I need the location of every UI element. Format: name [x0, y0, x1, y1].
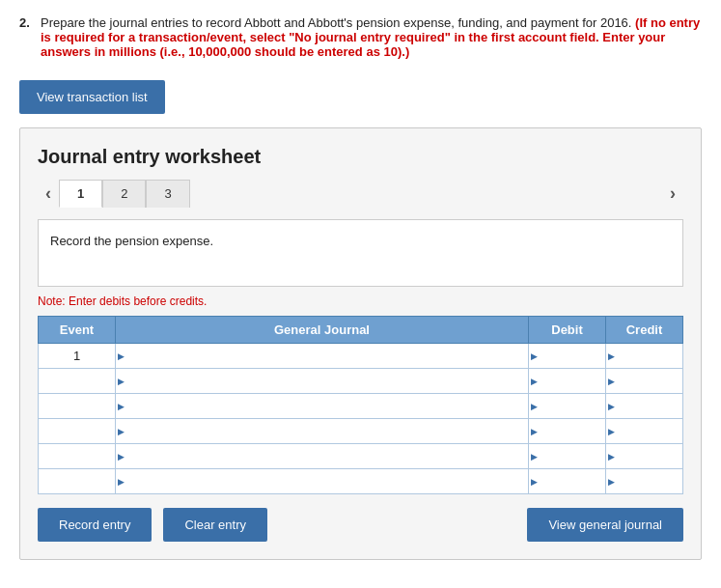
tab-list: 1 2 3: [59, 180, 190, 208]
journal-cell[interactable]: [116, 344, 529, 369]
debit-input[interactable]: [529, 419, 605, 443]
debit-cell[interactable]: [529, 369, 606, 394]
credit-cell[interactable]: [606, 469, 683, 494]
record-entry-button[interactable]: Record entry: [38, 508, 152, 542]
debit-cell[interactable]: [529, 394, 606, 419]
table-row: [39, 469, 683, 494]
debit-input[interactable]: [529, 369, 605, 393]
col-header-credit: Credit: [606, 317, 683, 344]
credit-cell[interactable]: [606, 444, 683, 469]
journal-input[interactable]: [116, 344, 528, 368]
col-header-debit: Debit: [529, 317, 606, 344]
credit-input[interactable]: [606, 344, 682, 368]
tab-3[interactable]: 3: [146, 180, 189, 208]
journal-cell[interactable]: [116, 369, 529, 394]
worksheet-title: Journal entry worksheet: [38, 146, 683, 168]
table-row: [39, 444, 683, 469]
debit-cell[interactable]: [529, 419, 606, 444]
journal-input[interactable]: [116, 369, 528, 393]
button-row: Record entry Clear entry View general jo…: [38, 508, 683, 542]
credit-cell[interactable]: [606, 419, 683, 444]
credit-input[interactable]: [606, 369, 682, 393]
debit-input[interactable]: [529, 394, 605, 418]
credit-input[interactable]: [606, 394, 682, 418]
journal-input[interactable]: [116, 469, 528, 493]
table-row: [39, 394, 683, 419]
tabs-row: ‹ 1 2 3 ›: [38, 180, 683, 208]
credit-cell[interactable]: [606, 369, 683, 394]
tab-prev-button[interactable]: ‹: [38, 180, 59, 208]
instruction-plain: Prepare the journal entries to record Ab…: [41, 15, 635, 30]
journal-cell[interactable]: [116, 419, 529, 444]
table-row: [39, 419, 683, 444]
tab-1[interactable]: 1: [59, 180, 102, 208]
credit-cell[interactable]: [606, 394, 683, 419]
credit-cell[interactable]: [606, 344, 683, 369]
col-header-event: Event: [39, 317, 116, 344]
instruction-text: Record the pension expense.: [50, 234, 213, 248]
journal-cell[interactable]: [116, 469, 529, 494]
tab-2[interactable]: 2: [102, 180, 146, 208]
debit-cell[interactable]: [529, 344, 606, 369]
tab-next-button[interactable]: ›: [662, 180, 683, 208]
problem-instruction: Prepare the journal entries to record Ab…: [41, 15, 702, 59]
journal-cell[interactable]: [116, 394, 529, 419]
debit-input[interactable]: [529, 344, 605, 368]
journal-cell[interactable]: [116, 444, 529, 469]
journal-table: Event General Journal Debit Credit 1: [38, 316, 683, 494]
table-row: [39, 369, 683, 394]
event-cell: [39, 419, 116, 444]
col-header-journal: General Journal: [116, 317, 529, 344]
problem-header: 2. Prepare the journal entries to record…: [19, 15, 702, 59]
problem-number: 2.: [19, 15, 35, 59]
credit-input[interactable]: [606, 419, 682, 443]
note-text: Note: Enter debits before credits.: [38, 294, 683, 308]
journal-input[interactable]: [116, 444, 528, 468]
event-cell: [39, 369, 116, 394]
instruction-box: Record the pension expense.: [38, 219, 683, 287]
page-container: 2. Prepare the journal entries to record…: [0, 0, 721, 575]
event-cell: [39, 469, 116, 494]
debit-cell[interactable]: [529, 469, 606, 494]
clear-entry-button[interactable]: Clear entry: [163, 508, 267, 542]
event-cell: [39, 444, 116, 469]
event-cell: [39, 394, 116, 419]
debit-cell[interactable]: [529, 444, 606, 469]
journal-input[interactable]: [116, 394, 528, 418]
credit-input[interactable]: [606, 469, 682, 493]
debit-input[interactable]: [529, 469, 605, 493]
journal-input[interactable]: [116, 419, 528, 443]
view-transaction-button[interactable]: View transaction list: [19, 80, 165, 114]
credit-input[interactable]: [606, 444, 682, 468]
event-cell: 1: [39, 344, 116, 369]
view-general-journal-button[interactable]: View general journal: [527, 508, 683, 542]
table-row: 1: [39, 344, 683, 369]
debit-input[interactable]: [529, 444, 605, 468]
worksheet-container: Journal entry worksheet ‹ 1 2 3 › Record…: [19, 127, 702, 560]
